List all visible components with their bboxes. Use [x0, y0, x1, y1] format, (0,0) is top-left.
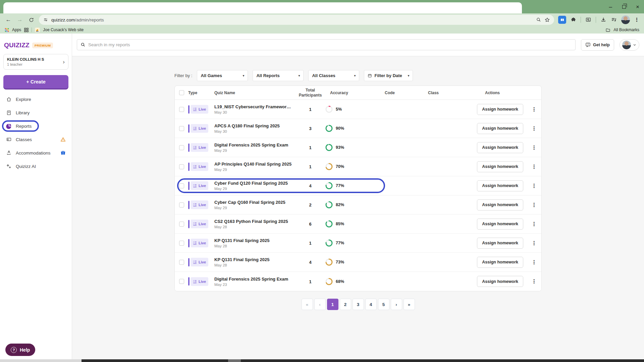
sidebar-item-quizizz-ai[interactable]: Quizizz AI	[0, 160, 72, 173]
get-help-button[interactable]: ? Get help	[581, 39, 614, 51]
site-info-icon[interactable]	[43, 17, 48, 22]
window-restore-button[interactable]	[622, 5, 626, 9]
filter-dropdown-classes[interactable]: All Classes▾	[308, 70, 359, 81]
assign-homework-button[interactable]: Assign homework	[477, 199, 523, 210]
help-button[interactable]: ? Help	[5, 344, 35, 356]
row-checkbox[interactable]	[179, 241, 184, 246]
account-menu[interactable]	[620, 39, 639, 51]
assign-homework-button[interactable]: Assign homework	[477, 238, 523, 249]
row-checkbox[interactable]	[179, 107, 184, 112]
bookmark-item[interactable]: Joe Cusack's Web site	[43, 27, 84, 32]
quiz-row[interactable]: Live Digital Forensics 2025 Spring Exam …	[175, 272, 541, 291]
assign-homework-button[interactable]: Assign homework	[477, 142, 523, 153]
accuracy-value: 68%	[336, 279, 344, 284]
send-to-device-icon[interactable]	[585, 17, 591, 23]
row-checkbox[interactable]	[179, 164, 184, 169]
search-box[interactable]	[77, 39, 576, 50]
folder-icon	[605, 27, 610, 33]
sidebar-item-label: Quizizz AI	[16, 164, 36, 169]
assign-homework-button[interactable]: Assign homework	[477, 219, 523, 230]
quiz-row[interactable]: Live Digital Forensics 2025 Spring Exam …	[175, 138, 541, 157]
quiz-row[interactable]: Live KP Q131 Final Spring 2025 May 28 1 …	[175, 234, 541, 253]
grid-2x2-icon[interactable]	[24, 28, 29, 32]
quiz-row[interactable]: Live AP Principles Q140 Final Spring 202…	[175, 157, 541, 176]
header-checkbox[interactable]	[179, 90, 184, 95]
page-1-button[interactable]: 1	[327, 299, 338, 310]
sidebar-item-accommodations[interactable]: Accommodations	[0, 146, 72, 160]
row-menu-icon[interactable]: ⋮	[531, 202, 537, 208]
participants-count: 1	[309, 164, 311, 169]
participants-count: 1	[309, 107, 311, 112]
assign-homework-button[interactable]: Assign homework	[477, 104, 523, 115]
row-checkbox[interactable]	[179, 260, 184, 265]
accuracy-ring	[325, 220, 333, 228]
quiz-row[interactable]: Live KP Q131 Final Spring 2025 May 28 4 …	[175, 253, 541, 272]
quiz-row[interactable]: Live Cyber Cap Q160 Final Spring 2025 Ma…	[175, 195, 541, 215]
row-menu-icon[interactable]: ⋮	[531, 164, 537, 170]
page-3-button[interactable]: 3	[353, 299, 364, 310]
apps-shortcut-label[interactable]: Apps	[12, 27, 21, 32]
search-input[interactable]	[88, 42, 572, 47]
page-last-button[interactable]: »	[404, 299, 415, 310]
quiz-row[interactable]: Live APCS A Q180 Final Spring 2025 May 3…	[175, 119, 541, 138]
school-selector[interactable]: KLEIN COLLINS H S 1 teacher ›	[3, 54, 68, 70]
page-5-button[interactable]: 5	[378, 299, 389, 310]
assign-homework-button[interactable]: Assign homework	[477, 276, 523, 287]
quizizz-logo[interactable]: QUIZIZZ	[4, 42, 30, 49]
all-bookmarks-button[interactable]: All Bookmarks	[613, 27, 639, 32]
bookmark-star-icon[interactable]	[544, 17, 550, 23]
quiz-row[interactable]: Live L19_NIST Cybersecurity Framework Tr…	[175, 100, 541, 119]
quiz-row[interactable]: Live CS2 Q163 Python Final Spring 2025 M…	[175, 215, 541, 234]
sidebar-item-classes[interactable]: Classes	[0, 133, 72, 146]
reload-button[interactable]	[26, 17, 36, 23]
page-prev-button[interactable]: ‹	[314, 299, 326, 310]
reports-table: Type Quiz Name Total Participants Accura…	[174, 85, 542, 291]
page-first-button[interactable]: «	[302, 299, 313, 310]
search-icon	[80, 42, 86, 47]
row-checkbox[interactable]	[179, 145, 184, 150]
create-button[interactable]: + Create	[3, 75, 68, 88]
row-checkbox[interactable]	[179, 183, 184, 188]
page-2-button[interactable]: 2	[340, 299, 351, 310]
page-next-button[interactable]: ›	[391, 299, 402, 310]
row-checkbox[interactable]	[179, 202, 184, 207]
row-menu-icon[interactable]: ⋮	[531, 240, 537, 246]
assign-homework-button[interactable]: Assign homework	[477, 123, 523, 134]
reading-list-icon[interactable]	[558, 16, 566, 24]
assign-homework-button[interactable]: Assign homework	[477, 180, 523, 191]
row-menu-icon[interactable]: ⋮	[531, 221, 537, 227]
zoom-icon[interactable]	[536, 17, 541, 22]
row-menu-icon[interactable]: ⋮	[531, 106, 537, 113]
row-menu-icon[interactable]: ⋮	[531, 278, 537, 285]
playlist-icon[interactable]	[611, 17, 617, 23]
row-checkbox[interactable]	[179, 126, 184, 131]
sidebar-item-explore[interactable]: Explore	[0, 93, 72, 106]
window-minimize-button[interactable]: –	[609, 4, 612, 10]
filter-dropdown-date[interactable]: Filter by Date▾	[364, 70, 413, 81]
browser-tab[interactable]	[3, 2, 522, 13]
quiz-row[interactable]: Live Cyber Fund Q120 Final Spring 2025 M…	[175, 176, 541, 195]
filter-dropdown-reports[interactable]: All Reports▾	[253, 70, 304, 81]
filter-dropdown-games[interactable]: All Games▾	[197, 70, 248, 81]
extensions-puzzle-icon[interactable]	[571, 17, 576, 23]
row-menu-icon[interactable]: ⋮	[531, 125, 537, 132]
assign-homework-button[interactable]: Assign homework	[477, 257, 523, 268]
row-checkbox[interactable]	[179, 222, 184, 227]
row-menu-icon[interactable]: ⋮	[531, 259, 537, 265]
page-4-button[interactable]: 4	[365, 299, 377, 310]
back-button[interactable]: ←	[3, 16, 13, 23]
browser-profile-avatar[interactable]	[621, 15, 630, 24]
sidebar-item-library[interactable]: Library	[0, 106, 72, 119]
row-menu-icon[interactable]: ⋮	[531, 183, 537, 189]
row-checkbox[interactable]	[179, 279, 184, 284]
forward-button[interactable]: →	[15, 16, 25, 23]
row-menu-icon[interactable]: ⋮	[531, 144, 537, 151]
scrollbar-thumb[interactable]	[228, 359, 241, 362]
apps-grid-icon[interactable]	[5, 28, 9, 32]
assign-homework-button[interactable]: Assign homework	[477, 161, 523, 172]
address-bar[interactable]: quizizz.com/admin/reports	[39, 15, 554, 25]
window-close-button[interactable]: ×	[636, 4, 639, 10]
browser-menu-icon[interactable]: ⋮	[634, 17, 639, 23]
downloads-icon[interactable]	[600, 17, 606, 23]
sidebar-item-reports[interactable]: Reports	[0, 119, 72, 133]
